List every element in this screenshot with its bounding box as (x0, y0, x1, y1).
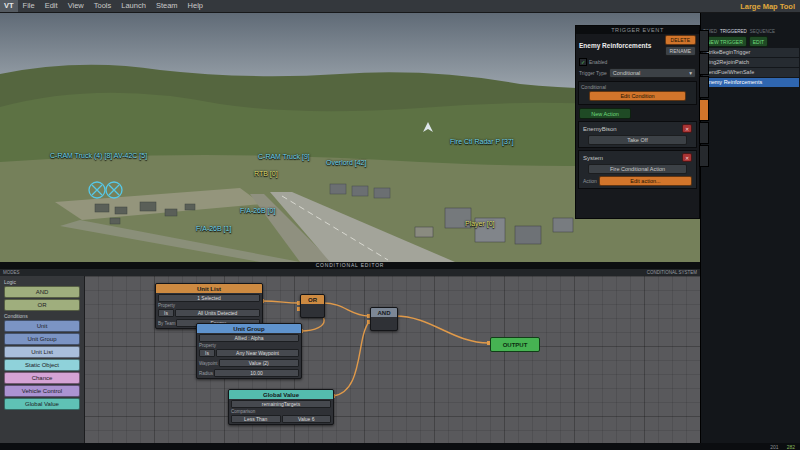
triggers-panel: TIMED TRIGGERED SEQUENCE NEW TRIGGER EDI… (700, 12, 800, 443)
remove-action-button[interactable]: ✕ (682, 153, 692, 162)
edit-trigger-button[interactable]: EDIT (749, 36, 768, 47)
conditional-editor: CONDITIONAL EDITOR MODES CONDITIONAL SYS… (0, 262, 700, 443)
new-action-button[interactable]: New Action (579, 108, 631, 119)
side-tab-6[interactable] (699, 145, 709, 167)
menu-launch[interactable]: Launch (116, 0, 151, 12)
property-dropdown[interactable]: All Units Detected (175, 309, 260, 317)
palette-unit[interactable]: Unit (4, 320, 80, 332)
conditional-label: Conditional (581, 84, 694, 90)
action-block: System ✕ Fire Conditional Action Action … (578, 150, 697, 189)
radius-field[interactable]: 10.00 (214, 369, 299, 377)
side-tab-1[interactable] (699, 30, 709, 52)
trigger-type-value: Conditional (613, 70, 641, 76)
node-header[interactable]: AND (371, 308, 397, 317)
menu-help[interactable]: Help (183, 0, 208, 12)
palette-unit-group[interactable]: Unit Group (4, 333, 80, 345)
node-and[interactable]: AND (370, 307, 398, 331)
group-select-button[interactable]: Allied : Alpha (199, 334, 299, 342)
unit-label[interactable]: C-RAM Truck [9] (258, 153, 310, 160)
side-tab-2[interactable] (699, 53, 709, 75)
palette-vehicle-control[interactable]: Vehicle Control (4, 385, 80, 397)
close-icon: ✕ (685, 155, 689, 161)
remove-action-button[interactable]: ✕ (682, 124, 692, 133)
rename-event-button[interactable]: RENAME (665, 46, 696, 56)
node-header[interactable]: Unit Group (197, 324, 301, 333)
event-name: Enemy Reinforcements (579, 42, 663, 49)
player-label[interactable]: Player [0] (465, 220, 495, 227)
node-unit-group[interactable]: Unit Group Allied : Alpha Property Is An… (196, 323, 302, 379)
side-tab-strip (699, 30, 709, 167)
trigger-mode-tabs: TIMED TRIGGERED SEQUENCE (703, 29, 775, 34)
palette-and[interactable]: AND (4, 286, 80, 298)
edit-condition-button[interactable]: Edit Condition (589, 91, 686, 101)
enabled-label: Enabled (589, 59, 607, 65)
node-palette: Logic AND OR Conditions Unit Unit Group … (0, 276, 85, 443)
waypoint-label[interactable]: RTB [0] (254, 170, 278, 177)
palette-chance[interactable]: Chance (4, 372, 80, 384)
side-tab-5[interactable] (699, 122, 709, 144)
node-header[interactable]: Unit List (156, 284, 262, 293)
delete-event-button[interactable]: DELETE (665, 35, 696, 45)
unit-select-button[interactable]: 1 Selected (158, 294, 260, 302)
trigger-event-title: TRIGGER EVENT (576, 26, 699, 34)
action-method-button[interactable]: Fire Conditional Action (588, 164, 687, 174)
menu-steam[interactable]: Steam (151, 0, 183, 12)
menu-edit[interactable]: Edit (40, 0, 63, 12)
unit-label[interactable]: Fire Ctl Radar P [37] (450, 138, 514, 145)
close-icon: ✕ (685, 126, 689, 132)
waypoint-dropdown[interactable]: Value (2) (219, 359, 299, 367)
palette-unit-list[interactable]: Unit List (4, 346, 80, 358)
is-dropdown[interactable]: Is (199, 349, 215, 357)
status-bar: 201 282 (0, 443, 800, 450)
conditional-section: Conditional Edit Condition (578, 81, 697, 105)
menu-file[interactable]: File (18, 0, 40, 12)
list-item[interactable]: StrikeBeginTrigger (703, 48, 799, 57)
trigger-list: StrikeBeginTrigger wing2RejoinPatch Send… (703, 48, 799, 87)
unit-label[interactable]: C-RAM Truck (4) [8] AV-42C [5] (50, 152, 147, 159)
list-item[interactable]: wing2RejoinPatch (703, 58, 799, 67)
value-select-button[interactable]: remainingTargets (231, 400, 331, 408)
enabled-checkbox[interactable]: ✓ (579, 58, 587, 66)
node-output[interactable]: OUTPUT (490, 337, 540, 352)
status-value-b: 282 (787, 444, 795, 450)
comparison-dropdown[interactable]: Less Than (231, 415, 281, 423)
menu-view[interactable]: View (63, 0, 89, 12)
trigger-type-dropdown[interactable]: Conditional ▾ (609, 68, 696, 78)
menu-bar: VT File Edit View Tools Launch Steam Hel… (0, 0, 800, 13)
side-tab-3[interactable] (699, 76, 709, 98)
compare-value-field[interactable]: Value 6 (282, 415, 332, 423)
list-item[interactable]: SendFuelWhenSafe (703, 68, 799, 77)
menu-tools[interactable]: Tools (89, 0, 117, 12)
tab-triggered[interactable]: TRIGGERED (720, 29, 747, 34)
list-item-selected[interactable]: Enemy Reinforcements (703, 78, 799, 87)
side-tab-4[interactable] (699, 99, 709, 121)
editor-title: CONDITIONAL EDITOR (0, 262, 700, 269)
node-global-value[interactable]: Global Value remainingTargets Comparison… (228, 389, 334, 425)
app-logo: VT (0, 0, 18, 12)
new-trigger-button[interactable]: NEW TRIGGER (703, 36, 747, 47)
action-target: EnemyBison (583, 126, 680, 132)
modes-label: MODES (3, 269, 20, 276)
node-or[interactable]: OR (300, 294, 325, 318)
unit-label[interactable]: F/A-26B [0] (240, 207, 275, 214)
check-icon: ✓ (581, 59, 585, 65)
action-target: System (583, 155, 680, 161)
trigger-event-panel: TRIGGER EVENT Enemy Reinforcements DELET… (575, 25, 700, 219)
tab-sequence[interactable]: SEQUENCE (750, 29, 775, 34)
palette-global-value[interactable]: Global Value (4, 398, 80, 410)
status-value-a: 201 (770, 444, 778, 450)
trigger-type-label: Trigger Type (579, 70, 607, 76)
palette-or[interactable]: OR (4, 299, 80, 311)
edit-action-button[interactable]: Edit action... (599, 176, 692, 186)
unit-label[interactable]: Overlord [42] (326, 159, 366, 166)
property-dropdown[interactable]: Any Near Waypoint (216, 349, 299, 357)
node-header[interactable]: OR (301, 295, 324, 304)
by-team-label: By Team (158, 321, 175, 326)
node-header[interactable]: Global Value (229, 390, 333, 399)
action-method-button[interactable]: Take Off (588, 135, 687, 145)
unit-label[interactable]: F/A-26B [1] (196, 225, 231, 232)
palette-static-object[interactable]: Static Object (4, 359, 80, 371)
action-label: Action (583, 178, 597, 184)
is-dropdown[interactable]: Is (158, 309, 174, 317)
conditions-section-label: Conditions (4, 313, 84, 319)
